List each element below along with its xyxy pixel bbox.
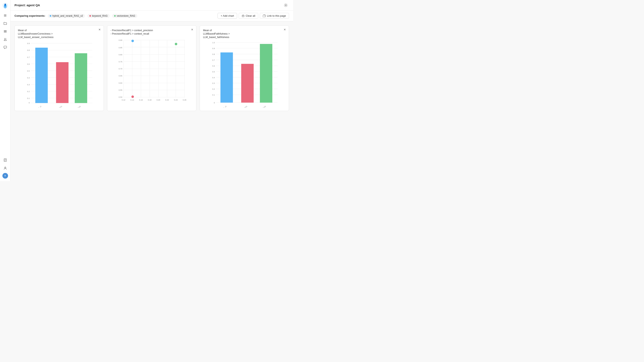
svg-text:0.3: 0.3 — [212, 82, 215, 84]
svg-text:0.50: 0.50 — [119, 96, 122, 98]
link-button[interactable]: Link to this page — [260, 13, 289, 19]
svg-rect-19 — [263, 15, 265, 17]
sidebar-item-doc[interactable] — [2, 157, 8, 163]
svg-text:0.14: 0.14 — [130, 99, 134, 101]
svg-text:0.5: 0.5 — [27, 70, 30, 72]
chart-card-1: ✕ Mean ofLLMBasedAnswerCorrectness >LLM_… — [14, 25, 104, 111]
sidebar-item-folder[interactable] — [2, 20, 8, 26]
chart-2-svg: 0.90 0.85 0.80 0.75 0.70 0.65 0.60 0.55 … — [110, 38, 193, 104]
experiment-tag-vectorstore: vectorstore_RAG — [112, 14, 137, 18]
page-title: Project: agent QA — [14, 3, 40, 7]
svg-text:0: 0 — [214, 102, 215, 104]
chart-3-title: Mean ofLLMBasedFaithfulness >LLM_based_f… — [203, 29, 273, 39]
svg-text:0.2: 0.2 — [212, 88, 215, 90]
svg-rect-8 — [4, 46, 7, 48]
bar3-hybrid — [220, 52, 233, 103]
svg-point-14 — [285, 5, 286, 6]
chart-3-container: 1.0 0.9 0.8 0.7 0.6 0.5 0.4 0.3 0.2 0.1 … — [203, 41, 286, 108]
experiment-tag-keyword: keyword_RAG — [87, 14, 110, 18]
svg-text:0.12: 0.12 — [122, 99, 126, 101]
svg-text:0.8: 0.8 — [27, 49, 30, 51]
toolbar: Comparing experiments: hybrid_and_rerank… — [10, 10, 293, 21]
hybrid-label: hybrid_and_rerank_RAG_v2 — [52, 14, 83, 17]
svg-text:vectorstore_RAG: vectorstore_RAG — [256, 106, 266, 108]
chart-3-svg: 1.0 0.9 0.8 0.7 0.6 0.5 0.4 0.3 0.2 0.1 … — [203, 41, 286, 108]
svg-rect-15 — [242, 15, 244, 17]
user-avatar[interactable]: Y — [2, 173, 8, 179]
bar-keyword — [56, 62, 69, 103]
vectorstore-label: vectorstore_RAG — [117, 14, 135, 17]
experiments-row: Comparing experiments: hybrid_and_rerank… — [14, 14, 137, 18]
chart-2-close-button[interactable]: ✕ — [190, 27, 194, 31]
chart-1-close-button[interactable]: ✕ — [98, 27, 102, 31]
clear-all-label: Clear all — [246, 14, 256, 17]
page-header: Project: agent QA — [10, 0, 293, 10]
app-logo[interactable] — [2, 2, 8, 9]
svg-text:0.26: 0.26 — [183, 99, 186, 101]
content-area: ✕ Mean ofLLMBasedAnswerCorrectness >LLM_… — [10, 21, 293, 181]
svg-text:vectorstore_RAG: vectorstore_RAG — [70, 106, 81, 108]
svg-text:0.6: 0.6 — [27, 63, 30, 65]
chart-card-2: ✕ - PrecisionRecallF1 > context_precisio… — [107, 25, 196, 111]
svg-text:0.85: 0.85 — [119, 46, 122, 48]
svg-text:0.55: 0.55 — [119, 89, 122, 91]
link-icon — [263, 14, 266, 17]
svg-text:0.60: 0.60 — [119, 82, 122, 84]
bar3-vectorstore — [260, 44, 272, 103]
main-content: Project: agent QA Comparing experiments:… — [10, 0, 293, 181]
svg-text:keyword_RAG: keyword_RAG — [238, 106, 248, 108]
comparing-label: Comparing experiments: — [14, 14, 45, 17]
svg-text:0.6: 0.6 — [212, 65, 215, 67]
chart-1-svg: 0.9 0.8 0.7 0.6 0.5 0.4 0.3 0.2 0.1 0 — [18, 41, 100, 108]
svg-text:0.65: 0.65 — [119, 75, 122, 77]
svg-text:hybrid_and_rerank_RAG_v2: hybrid_and_rerank_RAG_v2 — [24, 106, 42, 108]
bar3-keyword — [241, 64, 254, 103]
toolbar-buttons: + Add chart Clear all Link to this page — [218, 13, 289, 19]
sidebar: ⊞ — [0, 0, 10, 181]
vectorstore-dot — [114, 15, 116, 17]
hybrid-dot — [50, 15, 51, 17]
scatter-hybrid — [132, 40, 134, 42]
chart-2-title: - PrecisionRecallF1 > context_precision-… — [110, 29, 181, 35]
scatter-keyword — [132, 95, 134, 98]
svg-text:0: 0 — [28, 102, 30, 104]
keyword-dot — [89, 15, 91, 17]
experiment-tag-hybrid: hybrid_and_rerank_RAG_v2 — [48, 14, 85, 18]
svg-text:keyword_RAG: keyword_RAG — [53, 106, 62, 108]
svg-point-3 — [5, 3, 6, 5]
settings-button[interactable] — [282, 2, 289, 8]
svg-text:0.9: 0.9 — [212, 48, 215, 50]
svg-text:0.70: 0.70 — [119, 67, 122, 70]
bar-hybrid — [35, 48, 48, 103]
chart-3-close-button[interactable]: ✕ — [283, 27, 287, 31]
svg-text:0.24: 0.24 — [174, 99, 178, 101]
svg-text:0.90: 0.90 — [119, 39, 122, 41]
scatter-vectorstore — [175, 43, 177, 45]
svg-text:0.3: 0.3 — [27, 84, 30, 86]
add-chart-label: + Add chart — [220, 14, 234, 17]
sidebar-item-grid[interactable]: ⊞ — [2, 12, 8, 18]
svg-text:1.0: 1.0 — [212, 42, 215, 44]
svg-text:0.80: 0.80 — [119, 53, 122, 55]
add-chart-button[interactable]: + Add chart — [218, 13, 237, 19]
charts-row: ✕ Mean ofLLMBasedAnswerCorrectness >LLM_… — [14, 25, 289, 111]
svg-text:0.75: 0.75 — [119, 60, 122, 62]
svg-rect-5 — [4, 31, 7, 31]
svg-text:0.18: 0.18 — [148, 99, 152, 101]
svg-text:0.22: 0.22 — [165, 99, 169, 101]
svg-point-13 — [5, 167, 6, 168]
svg-text:0.1: 0.1 — [212, 94, 215, 96]
clear-all-button[interactable]: Clear all — [239, 13, 258, 19]
svg-text:0.16: 0.16 — [139, 99, 143, 101]
svg-rect-6 — [4, 32, 7, 32]
svg-text:0.9: 0.9 — [27, 43, 30, 45]
chart-card-3: ✕ Mean ofLLMBasedFaithfulness >LLM_based… — [200, 25, 289, 111]
sidebar-item-user[interactable] — [2, 165, 8, 171]
svg-text:0.4: 0.4 — [27, 77, 30, 79]
trash-icon — [242, 14, 244, 17]
sidebar-item-list[interactable] — [2, 28, 8, 34]
svg-text:0.5: 0.5 — [212, 71, 215, 73]
svg-text:0.2: 0.2 — [27, 90, 30, 92]
sidebar-item-chat[interactable] — [2, 44, 8, 51]
sidebar-item-lab[interactable] — [2, 36, 8, 43]
